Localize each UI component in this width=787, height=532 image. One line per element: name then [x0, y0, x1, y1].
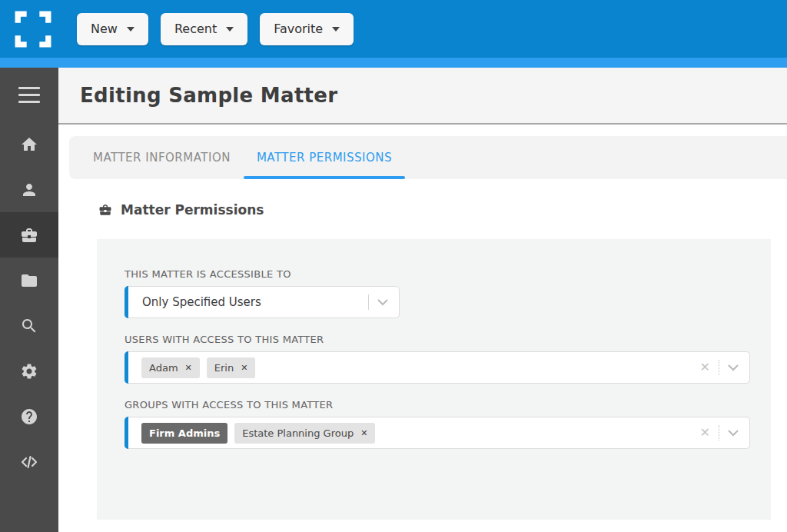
hamburger-icon	[18, 94, 40, 96]
sidebar-item-documents[interactable]	[0, 258, 58, 303]
field-divider	[368, 294, 369, 310]
sidebar-item-contacts[interactable]	[0, 167, 58, 212]
access-select[interactable]: Only Specified Users	[125, 286, 400, 318]
recent-dropdown-button[interactable]: Recent	[161, 13, 247, 45]
favorite-button-label: Favorite	[274, 22, 323, 36]
group-tag-locked: Firm Admins	[141, 423, 227, 444]
sidebar-item-matters[interactable]	[0, 212, 58, 258]
header-accent-strip	[0, 58, 787, 68]
sidebar-item-developer[interactable]	[0, 439, 58, 484]
user-tag: Erin ✕	[207, 357, 256, 378]
home-icon	[20, 135, 38, 154]
hamburger-icon	[18, 101, 40, 103]
clear-all-icon[interactable]: ✕	[700, 427, 710, 439]
sidebar-item-search[interactable]	[0, 303, 58, 348]
users-multiselect[interactable]: Adam ✕ Erin ✕ ✕	[125, 351, 750, 384]
sidebar-item-settings[interactable]	[0, 348, 58, 394]
crop-corners-logo-icon	[14, 10, 52, 48]
page-title: Editing Sample Matter	[80, 84, 337, 107]
caret-down-icon	[127, 27, 134, 32]
app-window: New Recent Favorite	[0, 0, 787, 532]
new-dropdown-button[interactable]: New	[77, 13, 148, 45]
group-tag-label: Firm Admins	[149, 427, 220, 439]
hamburger-icon	[18, 87, 40, 89]
field-accent-bar	[125, 417, 128, 449]
briefcase-icon	[98, 203, 112, 217]
sidebar-nav	[0, 68, 58, 532]
field-divider	[719, 360, 719, 375]
access-select-value: Only Specified Users	[125, 295, 360, 309]
tab-matter-information[interactable]: MATTER INFORMATION	[80, 136, 244, 179]
user-tag-label: Adam	[149, 362, 178, 374]
help-icon	[20, 407, 38, 426]
page-header: Editing Sample Matter	[58, 68, 787, 125]
caret-down-icon	[226, 27, 234, 32]
permissions-form-panel: THIS MATTER IS ACCESSIBLE TO Only Specif…	[97, 239, 771, 520]
field-accent-bar	[125, 286, 128, 318]
groups-multiselect[interactable]: Firm Admins Estate Planning Group ✕ ✕	[125, 417, 750, 449]
chevron-down-icon[interactable]	[377, 299, 388, 306]
sidebar-item-help[interactable]	[0, 394, 58, 439]
app-logo[interactable]	[14, 10, 52, 48]
folder-icon	[20, 271, 38, 290]
favorite-dropdown-button[interactable]: Favorite	[260, 13, 354, 45]
remove-tag-icon[interactable]: ✕	[360, 428, 367, 438]
sidebar-item-home[interactable]	[0, 121, 58, 167]
access-select-label: THIS MATTER IS ACCESSIBLE TO	[125, 268, 771, 280]
remove-tag-icon[interactable]: ✕	[185, 363, 192, 373]
section-heading-label: Matter Permissions	[121, 202, 264, 218]
recent-button-label: Recent	[174, 22, 217, 36]
remove-tag-icon[interactable]: ✕	[241, 363, 247, 373]
chevron-down-icon[interactable]	[728, 364, 739, 371]
section-heading: Matter Permissions	[98, 201, 787, 219]
field-accent-bar	[125, 351, 128, 384]
user-tag: Adam ✕	[141, 357, 200, 378]
gear-icon	[20, 362, 38, 381]
hamburger-menu-button[interactable]	[0, 68, 58, 121]
person-icon	[20, 181, 38, 199]
users-select-label: USERS WITH ACCESS TO THIS MATTER	[125, 334, 771, 345]
new-button-label: New	[91, 22, 118, 36]
tab-content: Matter Permissions THIS MATTER IS ACCESS…	[58, 179, 787, 532]
tab-matter-permissions[interactable]: MATTER PERMISSIONS	[244, 136, 405, 179]
clear-all-icon[interactable]: ✕	[700, 361, 710, 374]
field-divider	[719, 425, 719, 441]
groups-select-label: GROUPS WITH ACCESS TO THIS MATTER	[125, 399, 771, 411]
group-tag-label: Estate Planning Group	[242, 427, 354, 439]
caret-down-icon	[332, 27, 340, 32]
code-icon	[20, 453, 38, 471]
search-icon	[20, 317, 38, 335]
group-tag: Estate Planning Group ✕	[234, 423, 375, 444]
chevron-down-icon[interactable]	[728, 430, 739, 437]
tab-bar: MATTER INFORMATION MATTER PERMISSIONS	[69, 136, 787, 179]
top-bar: New Recent Favorite	[0, 0, 787, 58]
briefcase-icon	[20, 226, 38, 244]
user-tag-label: Erin	[214, 362, 234, 374]
